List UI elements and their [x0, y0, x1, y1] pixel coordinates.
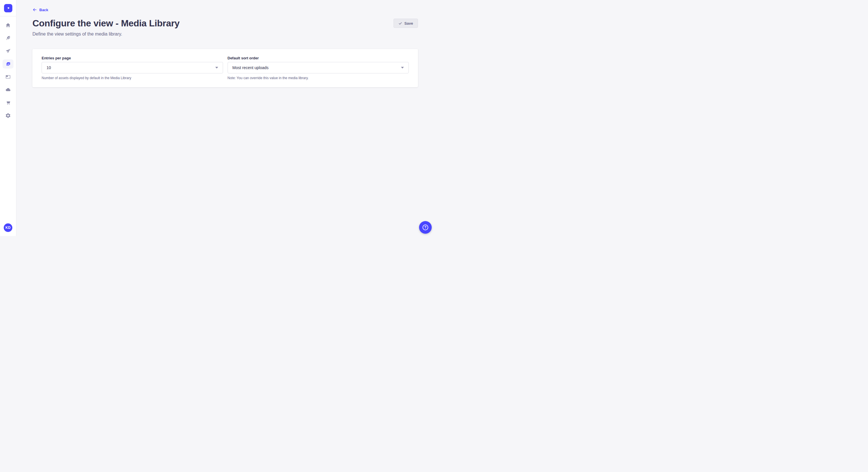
sidebar: KD — [0, 0, 17, 236]
sidebar-item-marketplace[interactable] — [3, 98, 13, 107]
cloud-icon — [5, 87, 11, 93]
sidebar-item-settings[interactable] — [3, 111, 13, 120]
sidebar-item-deploy[interactable] — [3, 46, 13, 56]
entries-per-page-hint: Number of assets displayed by default in… — [42, 76, 223, 80]
strapi-logo[interactable] — [4, 4, 12, 12]
sidebar-item-cloud[interactable] — [3, 85, 13, 94]
home-icon — [5, 22, 11, 28]
marketplace-icon — [5, 100, 11, 105]
user-avatar[interactable]: KD — [4, 224, 12, 232]
sidebar-item-home[interactable] — [3, 21, 13, 30]
sidebar-nav — [0, 16, 16, 120]
back-label: Back — [39, 8, 48, 12]
sort-order-field: Default sort order Most recent uploads N… — [228, 56, 409, 80]
content-manager-icon — [5, 35, 11, 41]
title-row: Configure the view - Media Library Save — [32, 18, 418, 29]
deploy-icon — [5, 48, 11, 54]
sort-order-value: Most recent uploads — [232, 65, 269, 70]
check-icon — [398, 22, 402, 25]
arrow-left-icon — [32, 7, 37, 12]
sort-order-hint: Note: You can override this value in the… — [228, 76, 409, 80]
settings-icon — [5, 113, 11, 119]
media-library-icon — [5, 61, 11, 67]
page-title: Configure the view - Media Library — [32, 18, 180, 29]
sidebar-item-media-library[interactable] — [3, 59, 13, 69]
settings-card: Entries per page 10 Number of assets dis… — [32, 49, 418, 87]
logo-section — [0, 0, 16, 16]
sort-order-label: Default sort order — [228, 56, 409, 61]
entries-per-page-value: 10 — [46, 65, 51, 70]
chevron-down-icon — [401, 67, 404, 69]
save-button[interactable]: Save — [394, 19, 418, 28]
help-button[interactable]: ? — [419, 221, 432, 234]
sidebar-item-content-manager[interactable] — [3, 34, 13, 43]
main-content: Back Configure the view - Media Library … — [17, 0, 434, 236]
entries-per-page-select[interactable]: 10 — [42, 62, 223, 73]
content-type-builder-icon — [5, 74, 11, 80]
page-subtitle: Define the view settings of the media li… — [32, 31, 418, 38]
strapi-logo-icon — [6, 6, 11, 11]
entries-per-page-label: Entries per page — [42, 56, 223, 61]
app-root: KD Back Configure the view - Media Libra… — [0, 0, 434, 236]
entries-per-page-field: Entries per page 10 Number of assets dis… — [42, 56, 223, 80]
sort-order-select[interactable]: Most recent uploads — [228, 62, 409, 73]
back-link[interactable]: Back — [32, 7, 48, 12]
save-label: Save — [404, 21, 413, 26]
question-mark-icon: ? — [423, 225, 428, 230]
sidebar-item-content-type-builder[interactable] — [3, 72, 13, 81]
chevron-down-icon — [215, 67, 218, 69]
